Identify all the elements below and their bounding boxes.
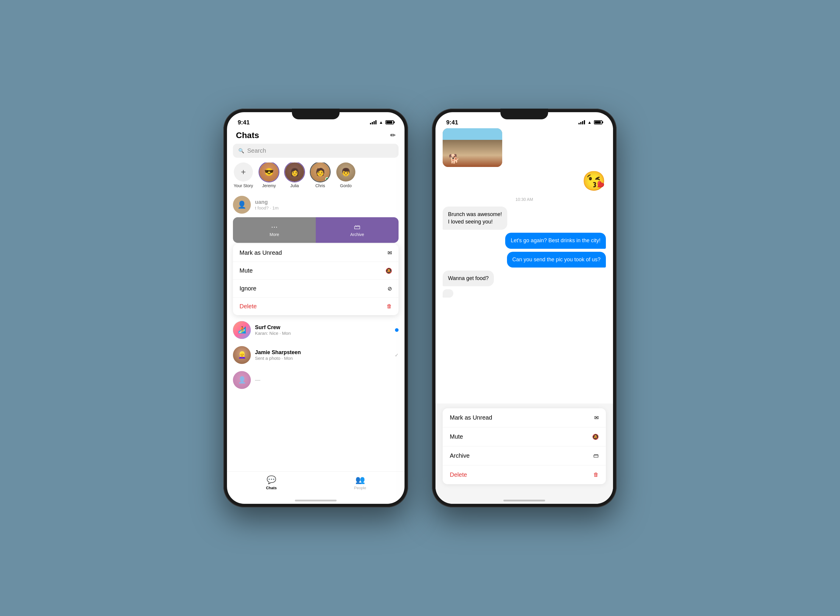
context-ignore[interactable]: Ignore ⊘ (233, 280, 399, 298)
context2-archive-icon: 🗃 (593, 453, 599, 459)
battery-icon-1 (385, 120, 394, 125)
battery-icon-2 (594, 120, 602, 125)
message-text-brunch: Brunch was awesome!I loved seeing you! (448, 211, 502, 225)
message-sent-pic: Can you send the pic you took of us? (507, 252, 606, 267)
context-mark-unread[interactable]: Mark as Unread ✉ (233, 244, 399, 262)
story-avatar-chris: 🧑 (311, 163, 330, 182)
people-nav-icon: 👥 (355, 475, 365, 484)
chat-preview-surf-crew: Karan: Nice · Mon (255, 331, 391, 336)
story-jeremy[interactable]: 😎 Jeremy (259, 163, 280, 188)
more-action[interactable]: ⋯ More (233, 217, 316, 243)
context2-mute-icon: 🔕 (592, 434, 599, 440)
chat-name-jamie: Jamie Sharpsteen (255, 349, 390, 356)
chat-meta-surf-crew (395, 328, 399, 332)
chat-list: 🏄 Surf Crew Karan: Nice · Mon 👱‍♀️ Jamie… (227, 318, 405, 471)
compose-button[interactable]: ✏ (390, 132, 396, 139)
chat-avatar-jamie: 👱‍♀️ (233, 346, 251, 364)
story-chris[interactable]: 🧑 Chris (310, 163, 331, 188)
context-delete[interactable]: Delete 🗑 (233, 298, 399, 315)
story-avatar-gordon: 👦 (336, 163, 355, 182)
chats-header: Chats ✏ (227, 128, 405, 144)
wifi-icon-1: ▲ (379, 120, 383, 125)
chat-name-surf-crew: Surf Crew (255, 324, 391, 331)
story-julia[interactable]: 👩 Julia (284, 163, 305, 188)
context2-archive[interactable]: Archive 🗃 (443, 446, 606, 465)
chat-info-partial: — (255, 377, 399, 383)
search-bar[interactable]: 🔍 Search (233, 144, 399, 158)
story-label-chris: Chris (315, 183, 325, 188)
context2-mute[interactable]: Mute 🔕 (443, 427, 606, 446)
message-received-fosho: Wanna get food? (443, 270, 494, 286)
message-timestamp: 10:30 AM (443, 197, 606, 202)
notch-1 (292, 109, 340, 119)
bottom-nav-1: 💬 Chats 👥 People (227, 471, 405, 496)
context-mute-label: Mute (240, 267, 253, 274)
chat-info-jamie: Jamie Sharpsteen Sent a photo · Mon (255, 349, 390, 361)
context-mute[interactable]: Mute 🔕 (233, 262, 399, 280)
chats-nav-label: Chats (266, 485, 277, 490)
context-ignore-icon: ⊘ (387, 285, 392, 292)
context2-mark-unread-icon: ✉ (594, 415, 599, 421)
story-your-story[interactable]: + Your Story (233, 163, 254, 188)
context2-archive-label: Archive (450, 452, 470, 459)
context-mark-unread-icon: ✉ (387, 250, 392, 256)
context2-delete[interactable]: Delete 🗑 (443, 465, 606, 484)
archive-icon: 🗃 (354, 223, 360, 231)
context2-mark-unread-label: Mark as Unread (450, 414, 492, 421)
search-placeholder: Search (247, 147, 266, 154)
chat-avatar-partial: 👤 (233, 371, 251, 389)
messages-area: 😘 10:30 AM Brunch was awesome!I loved se… (435, 128, 613, 403)
message-received-food (443, 289, 453, 298)
phone-1: 9:41 ▲ Chats ✏ 🔍 Search (224, 109, 408, 507)
chats-title: Chats (236, 131, 259, 140)
context-mute-icon: 🔕 (385, 267, 392, 274)
read-check-jamie: ✓ (395, 352, 399, 358)
story-label-julia: Julia (290, 183, 299, 188)
swipe-actions: ⋯ More 🗃 Archive (233, 217, 399, 243)
story-avatar-julia: 👩 (285, 163, 304, 182)
chat-row-jamie[interactable]: 👱‍♀️ Jamie Sharpsteen Sent a photo · Mon… (227, 343, 405, 368)
message-text-lets-go: Let's go again? Best drinks in the city! (510, 238, 600, 243)
story-label-your-story: Your Story (234, 183, 253, 188)
archive-action[interactable]: 🗃 Archive (316, 217, 399, 243)
chat-name-partial: — (255, 377, 399, 383)
chats-screen: Chats ✏ 🔍 Search + Your Story (227, 128, 405, 504)
context2-mark-unread[interactable]: Mark as Unread ✉ (443, 408, 606, 427)
message-received-brunch: Brunch was awesome!I loved seeing you! (443, 207, 507, 230)
more-label: More (269, 232, 279, 237)
phone-2: 9:41 ▲ 😘 10:30 (432, 109, 616, 507)
stories-row: + Your Story 😎 Jeremy 👩 (227, 163, 405, 193)
context-menu-2: Mark as Unread ✉ Mute 🔕 Archive 🗃 Delete… (443, 408, 606, 484)
context-delete-label: Delete (240, 303, 257, 310)
partial-chat-avatar: 👤 (233, 196, 251, 214)
chat-row-partial-bottom: 👤 — (227, 368, 405, 393)
search-icon: 🔍 (238, 148, 244, 154)
home-indicator-1 (295, 500, 337, 502)
home-indicator-2 (503, 500, 545, 502)
nav-people[interactable]: 👥 People (316, 475, 405, 490)
context2-delete-icon: 🗑 (593, 472, 599, 478)
chat-avatar-surf-crew: 🏄 (233, 321, 251, 339)
story-gordon[interactable]: 👦 Gordo (335, 163, 356, 188)
story-label-gordon: Gordo (340, 183, 352, 188)
signal-icon-2 (578, 120, 585, 125)
status-icons-1: ▲ (370, 120, 394, 125)
notch-2 (500, 109, 548, 119)
more-icon: ⋯ (271, 223, 278, 231)
chat-info-surf-crew: Surf Crew Karan: Nice · Mon (255, 324, 391, 336)
chat-view-screen: 😘 10:30 AM Brunch was awesome!I loved se… (435, 128, 613, 504)
add-story-button[interactable]: + (234, 163, 253, 182)
context2-mute-label: Mute (450, 433, 463, 440)
nav-chats[interactable]: 💬 Chats (227, 475, 316, 490)
partial-chat-name: uang (255, 199, 399, 205)
context-mark-unread-label: Mark as Unread (240, 249, 282, 256)
message-sent-lets-go: Let's go again? Best drinks in the city! (505, 233, 606, 248)
wifi-icon-2: ▲ (587, 120, 591, 125)
partial-chat-row: 👤 uang t food? · 1m (227, 193, 405, 217)
signal-icon-1 (370, 120, 377, 125)
story-avatar-jeremy: 😎 (259, 163, 278, 182)
context-menu-1: Mark as Unread ✉ Mute 🔕 Ignore ⊘ Delete … (233, 244, 399, 315)
chat-row-surf-crew[interactable]: 🏄 Surf Crew Karan: Nice · Mon (227, 318, 405, 343)
chat-preview-jamie: Sent a photo · Mon (255, 356, 390, 361)
photo-message (443, 128, 502, 167)
